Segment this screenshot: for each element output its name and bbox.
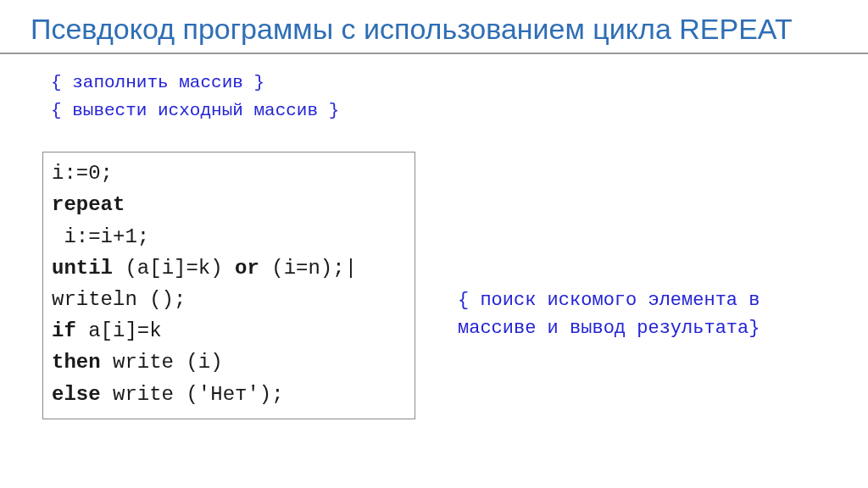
side-comment: { поиск искомого элемента в массиве и вы… — [458, 286, 814, 342]
top-comments: { заполнить массив } { вывести исходный … — [0, 54, 868, 131]
code-line-3: i:=i+1; — [52, 225, 149, 248]
code-line-4b: (i=n);| — [259, 257, 357, 280]
code-line-4a: (a[i]=k) — [113, 257, 235, 280]
kw-repeat: repeat — [52, 193, 125, 216]
slide: Псевдокод программы с использованием цик… — [0, 0, 868, 488]
code-line-5: writeln (); — [52, 288, 186, 311]
slide-title: Псевдокод программы с использованием цик… — [31, 12, 837, 46]
kw-else: else — [52, 383, 101, 406]
kw-or: or — [235, 257, 259, 280]
code-line-8: write ('Нет'); — [101, 383, 284, 406]
code-line-7: write (i) — [101, 351, 223, 374]
comment-fill-array: { заполнить массив } — [51, 69, 834, 97]
code-line-1: i:=0; — [52, 162, 113, 185]
code-line-6: a[i]=k — [76, 319, 162, 342]
code-block: i:=0; repeat i:=i+1; until (a[i]=k) or (… — [42, 152, 415, 419]
comment-print-array: { вывести исходный массив } — [51, 97, 834, 125]
title-area: Псевдокод программы с использованием цик… — [0, 0, 868, 54]
kw-until: until — [52, 257, 113, 280]
kw-then: then — [52, 351, 101, 374]
kw-if: if — [52, 319, 76, 342]
